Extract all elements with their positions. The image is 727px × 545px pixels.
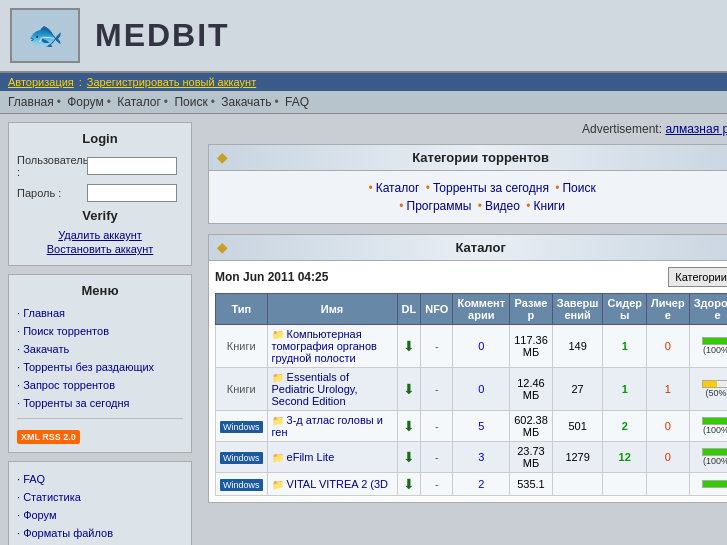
menu-link-upload[interactable]: Закачать [17, 343, 69, 355]
nav-catalog[interactable]: Каталог [117, 95, 161, 109]
menu-link-faq[interactable]: FAQ [17, 473, 45, 485]
th-comments: Комментарии [453, 294, 510, 325]
extra-menu-list: FAQ Статистика Форум Форматы файлов Виде… [17, 470, 183, 545]
catalog-content: Mon Jun 2011 04:25 Категории Тип Имя DL … [209, 261, 727, 502]
register-link[interactable]: Зарегистрировать новый аккаунт [87, 76, 256, 88]
folder-icon [272, 478, 284, 490]
cell-leech [646, 473, 689, 496]
cell-dl[interactable]: ⬇ [397, 325, 421, 368]
cell-comments[interactable]: 0 [453, 368, 510, 411]
menu-item: Поиск торрентов [17, 322, 183, 340]
table-row: Windows VITAL VITREA 2 (3D ⬇ - 2 535.1 [216, 473, 728, 496]
site-logo: 🐟 [10, 8, 80, 63]
extra-menu-box: FAQ Статистика Форум Форматы файлов Виде… [8, 461, 192, 545]
type-badge-books: Книги [227, 383, 256, 395]
cell-comments[interactable]: 0 [453, 325, 510, 368]
cell-nfo: - [421, 473, 453, 496]
cell-name: Essentials of Pediatric Urology, Second … [267, 368, 397, 411]
table-row: Windows 3-д атлас головы и ген ⬇ - 5 602… [216, 411, 728, 442]
rss-badge[interactable]: XML RSS 2.0 [17, 430, 80, 444]
torrent-link[interactable]: 3-д атлас головы и ген [272, 414, 383, 438]
download-icon[interactable]: ⬇ [403, 476, 415, 492]
cell-size: 117.36МБ [510, 325, 553, 368]
main-layout: Login Пользователь : Пароль : Verify Уда… [0, 114, 727, 545]
site-title: MEDBIT [95, 17, 230, 54]
cell-leech: 0 [646, 411, 689, 442]
categories-header: Категории торрентов [209, 145, 727, 171]
cell-comments[interactable]: 2 [453, 473, 510, 496]
torrent-link[interactable]: VITAL VITREA 2 (3D [287, 478, 388, 490]
torrent-link[interactable]: Компьютерная томография органов грудной … [272, 328, 377, 364]
health-bar-container [694, 480, 727, 488]
menu-link-search-torrents[interactable]: Поиск торрентов [17, 325, 109, 337]
cell-type: Windows [216, 411, 268, 442]
torrent-link[interactable]: eFilm Lite [287, 451, 335, 463]
torrent-link[interactable]: Essentials of Pediatric Urology, Second … [272, 371, 358, 407]
sidebar-account-links: Удалить аккаунт Востановить аккаунт [17, 229, 183, 255]
menu-link-today[interactable]: Торренты за сегодня [17, 397, 129, 409]
catalog-table: Тип Имя DL NFO Комментарии Размер Заверш… [215, 293, 727, 496]
advert-link[interactable]: алмазная резка [665, 122, 727, 136]
password-input[interactable] [87, 184, 177, 202]
health-bar-container: (50%) [694, 380, 727, 398]
catalog-toolbar: Mon Jun 2011 04:25 Категории [215, 267, 727, 287]
cell-dl[interactable]: ⬇ [397, 368, 421, 411]
cell-type: Windows [216, 442, 268, 473]
auth-link[interactable]: Авторизация [8, 76, 74, 88]
verify-button[interactable]: Verify [17, 208, 183, 223]
type-badge-windows: Windows [220, 452, 263, 464]
cat-link-programs[interactable]: Программы [407, 199, 472, 213]
cell-comments[interactable]: 3 [453, 442, 510, 473]
menu-link-request[interactable]: Запрос торрентов [17, 379, 115, 391]
categories-box: Категории торрентов •Каталог •Торренты з… [208, 144, 727, 224]
category-select[interactable]: Категории [668, 267, 727, 287]
cell-dl[interactable]: ⬇ [397, 442, 421, 473]
cell-comments[interactable]: 5 [453, 411, 510, 442]
table-row: Windows eFilm Lite ⬇ - 3 23.73МБ 1279 [216, 442, 728, 473]
health-bar-container: (100%) [694, 337, 727, 355]
cell-name: Компьютерная томография органов грудной … [267, 325, 397, 368]
download-icon[interactable]: ⬇ [403, 338, 415, 354]
cat-link-books[interactable]: Книги [534, 199, 565, 213]
cell-leech: 0 [646, 442, 689, 473]
cell-seeds [603, 473, 647, 496]
cell-dl[interactable]: ⬇ [397, 411, 421, 442]
menu-link-no-seeders[interactable]: Торренты без раздающих [17, 361, 154, 373]
nav-forum[interactable]: Форум [67, 95, 103, 109]
cell-nfo: - [421, 325, 453, 368]
health-bar [702, 480, 727, 488]
folder-icon [272, 414, 284, 426]
login-title: Login [17, 131, 183, 146]
nav-download[interactable]: Закачать [221, 95, 271, 109]
menu-item: FAQ [17, 470, 183, 488]
nav-faq[interactable]: FAQ [285, 95, 309, 109]
cell-nfo: - [421, 411, 453, 442]
menu-link-stats[interactable]: Статистика [17, 491, 81, 503]
cell-health: (100%) [689, 442, 727, 473]
menu-link-home[interactable]: Главная [17, 307, 65, 319]
cat-link-today[interactable]: Торренты за сегодня [433, 181, 549, 195]
menu-link-forum[interactable]: Форум [17, 509, 57, 521]
menu-item: Торренты без раздающих [17, 358, 183, 376]
restore-account-link[interactable]: Востановить аккаунт [17, 243, 183, 255]
cat-link-video[interactable]: Видео [485, 199, 520, 213]
nav-home[interactable]: Главная [8, 95, 54, 109]
cell-name: 3-д атлас головы и ген [267, 411, 397, 442]
cat-link-catalog[interactable]: Каталог [376, 181, 420, 195]
advertisement: Advertisement: алмазная резка [208, 122, 727, 136]
download-icon[interactable]: ⬇ [403, 418, 415, 434]
download-icon[interactable]: ⬇ [403, 449, 415, 465]
th-dl: DL [397, 294, 421, 325]
menu-link-formats[interactable]: Форматы файлов [17, 527, 113, 539]
th-type: Тип [216, 294, 268, 325]
health-bar-container: (100%) [694, 417, 727, 435]
cell-size: 12.46МБ [510, 368, 553, 411]
download-icon[interactable]: ⬇ [403, 381, 415, 397]
delete-account-link[interactable]: Удалить аккаунт [17, 229, 183, 241]
cat-link-search[interactable]: Поиск [562, 181, 595, 195]
nav-search[interactable]: Поиск [174, 95, 207, 109]
health-bar [702, 380, 727, 388]
menu-item: Запрос торрентов [17, 376, 183, 394]
username-input[interactable] [87, 157, 177, 175]
cell-dl[interactable]: ⬇ [397, 473, 421, 496]
